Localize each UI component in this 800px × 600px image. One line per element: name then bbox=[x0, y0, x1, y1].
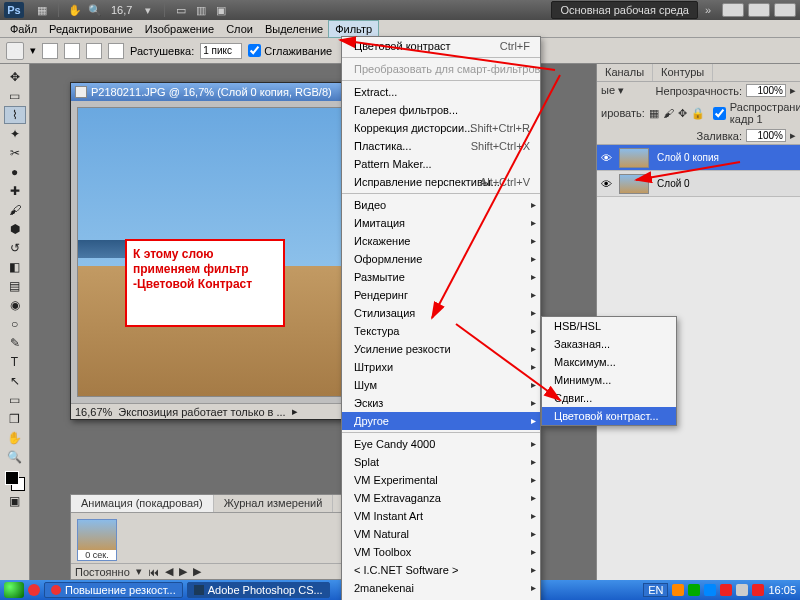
mi-Искажение[interactable]: Искажение bbox=[342, 232, 540, 250]
loop-mode[interactable]: Постоянно bbox=[75, 566, 130, 578]
eye-icon[interactable]: 👁 bbox=[597, 152, 615, 164]
clock[interactable]: 16:05 bbox=[768, 584, 796, 596]
tray-icon[interactable] bbox=[752, 584, 764, 596]
system-tray[interactable]: EN 16:05 bbox=[643, 583, 796, 597]
layer-name[interactable]: Слой 0 bbox=[653, 178, 800, 189]
mi-Рендеринг[interactable]: Рендеринг bbox=[342, 286, 540, 304]
zoom-tool[interactable]: 🔍 bbox=[4, 448, 26, 466]
taskbar-button[interactable]: Повышение резкост... bbox=[44, 582, 183, 598]
mi-lens-correction[interactable]: Коррекция дисторсии...Shift+Ctrl+R bbox=[342, 119, 540, 137]
mi-extract[interactable]: Extract... bbox=[342, 83, 540, 101]
tray-icon[interactable] bbox=[736, 584, 748, 596]
screen-mode-icon[interactable]: ▣ bbox=[213, 2, 229, 18]
mi-other-item[interactable]: Сдвиг... bbox=[542, 389, 676, 407]
blur-tool[interactable]: ◉ bbox=[4, 296, 26, 314]
zoom-level[interactable]: 16,7 bbox=[111, 4, 132, 16]
path-tool[interactable]: ↖ bbox=[4, 372, 26, 390]
move-tool[interactable]: ✥ bbox=[4, 68, 26, 86]
opacity-input[interactable] bbox=[746, 84, 786, 97]
document-titlebar[interactable]: P2180211.JPG @ 16,7% (Слой 0 копия, RGB/… bbox=[71, 83, 377, 101]
lock-all-icon[interactable]: 🔒 bbox=[691, 107, 705, 120]
minimize-button[interactable] bbox=[722, 3, 744, 17]
tab-animation[interactable]: Анимация (покадровая) bbox=[71, 495, 214, 512]
marquee-tool[interactable]: ▭ bbox=[4, 87, 26, 105]
mi-plugin[interactable]: VM Toolbox bbox=[342, 543, 540, 561]
mi-other-item[interactable]: Цветовой контраст... bbox=[542, 407, 676, 425]
mi-Шум[interactable]: Шум bbox=[342, 376, 540, 394]
hand-tool[interactable]: ✋ bbox=[4, 429, 26, 447]
type-tool[interactable]: T bbox=[4, 353, 26, 371]
close-button[interactable] bbox=[774, 3, 796, 17]
selection-new-icon[interactable] bbox=[42, 43, 58, 59]
mi-Текстура[interactable]: Текстура bbox=[342, 322, 540, 340]
mi-other-item[interactable]: Заказная... bbox=[542, 335, 676, 353]
menu-file[interactable]: Файл bbox=[4, 21, 43, 37]
mi-Оформление[interactable]: Оформление bbox=[342, 250, 540, 268]
mi-last-filter[interactable]: Цветовой контрастCtrl+F bbox=[342, 37, 540, 55]
selection-add-icon[interactable] bbox=[64, 43, 80, 59]
mi-Штрихи[interactable]: Штрихи bbox=[342, 358, 540, 376]
layer-thumb[interactable] bbox=[619, 148, 649, 168]
lasso-tool[interactable]: ⌇ bbox=[4, 106, 26, 124]
antialias-checkbox[interactable] bbox=[248, 44, 261, 57]
chevron-right-icon[interactable]: ▸ bbox=[790, 84, 796, 97]
mi-other-item[interactable]: HSB/HSL bbox=[542, 317, 676, 335]
gradient-tool[interactable]: ▤ bbox=[4, 277, 26, 295]
view-extras-icon[interactable]: ▭ bbox=[173, 2, 189, 18]
play-icon[interactable]: ▶ bbox=[179, 565, 187, 578]
start-button[interactable] bbox=[4, 582, 24, 598]
menu-image[interactable]: Изображение bbox=[139, 21, 220, 37]
mi-Видео[interactable]: Видео bbox=[342, 196, 540, 214]
hand-icon[interactable]: ✋ bbox=[67, 2, 83, 18]
history-brush-tool[interactable]: ↺ bbox=[4, 239, 26, 257]
eraser-tool[interactable]: ◧ bbox=[4, 258, 26, 276]
mi-plugin[interactable]: VM Experimental bbox=[342, 471, 540, 489]
mi-Стилизация[interactable]: Стилизация bbox=[342, 304, 540, 322]
mi-Другое[interactable]: Другое bbox=[342, 412, 540, 430]
mi-plugin[interactable]: < I.C.NET Software > bbox=[342, 561, 540, 579]
taskbar-button[interactable]: Adobe Photoshop CS... bbox=[187, 582, 330, 598]
mi-vanishing-point[interactable]: Исправление перспективы...Alt+Ctrl+V bbox=[342, 173, 540, 191]
bridge-icon[interactable]: ▦ bbox=[34, 2, 50, 18]
mi-Размытие[interactable]: Размытие bbox=[342, 268, 540, 286]
tab-paths[interactable]: Контуры bbox=[653, 64, 713, 81]
mi-plugin[interactable]: VM Extravaganza bbox=[342, 489, 540, 507]
stamp-tool[interactable]: ⬢ bbox=[4, 220, 26, 238]
tray-icon[interactable] bbox=[704, 584, 716, 596]
arrange-icon[interactable]: ▥ bbox=[193, 2, 209, 18]
mi-liquify[interactable]: Пластика...Shift+Ctrl+X bbox=[342, 137, 540, 155]
mi-plugin[interactable]: VM Natural bbox=[342, 525, 540, 543]
fill-input[interactable] bbox=[746, 129, 786, 142]
antialias-checkbox-label[interactable]: Сглаживание bbox=[248, 44, 332, 57]
crop-tool[interactable]: ✂ bbox=[4, 144, 26, 162]
menu-select[interactable]: Выделение bbox=[259, 21, 329, 37]
mi-Эскиз[interactable]: Эскиз bbox=[342, 394, 540, 412]
brush-tool[interactable]: 🖌 bbox=[4, 201, 26, 219]
mi-Усиление резкости[interactable]: Усиление резкости bbox=[342, 340, 540, 358]
feather-input[interactable] bbox=[200, 43, 242, 59]
menu-edit[interactable]: Редактирование bbox=[43, 21, 139, 37]
3d-tool[interactable]: ❒ bbox=[4, 410, 26, 428]
menu-layer[interactable]: Слои bbox=[220, 21, 259, 37]
tray-icon[interactable] bbox=[720, 584, 732, 596]
wand-tool[interactable]: ✦ bbox=[4, 125, 26, 143]
lock-move-icon[interactable]: ✥ bbox=[678, 107, 687, 120]
quickmask-toggle[interactable]: ▣ bbox=[4, 492, 26, 510]
eyedrop-tool[interactable]: ● bbox=[4, 163, 26, 181]
lock-brush-icon[interactable]: 🖌 bbox=[663, 107, 674, 119]
tab-channels[interactable]: Каналы bbox=[597, 64, 653, 81]
heal-tool[interactable]: ✚ bbox=[4, 182, 26, 200]
language-indicator[interactable]: EN bbox=[643, 583, 668, 597]
lock-pixels-icon[interactable]: ▦ bbox=[649, 107, 659, 120]
tray-icon[interactable] bbox=[688, 584, 700, 596]
layer-row[interactable]: 👁 Слой 0 копия bbox=[597, 145, 800, 171]
eye-icon[interactable]: 👁 bbox=[597, 178, 615, 190]
tab-measure-log[interactable]: Журнал измерений bbox=[214, 495, 334, 512]
status-zoom[interactable]: 16,67% bbox=[75, 406, 112, 418]
dodge-tool[interactable]: ○ bbox=[4, 315, 26, 333]
layer-row[interactable]: 👁 Слой 0 bbox=[597, 171, 800, 197]
prev-frame-icon[interactable]: ◀ bbox=[165, 565, 173, 578]
maximize-button[interactable] bbox=[748, 3, 770, 17]
frame-delay[interactable]: 0 сек. bbox=[78, 550, 116, 560]
next-frame-icon[interactable]: ▶ bbox=[193, 565, 201, 578]
